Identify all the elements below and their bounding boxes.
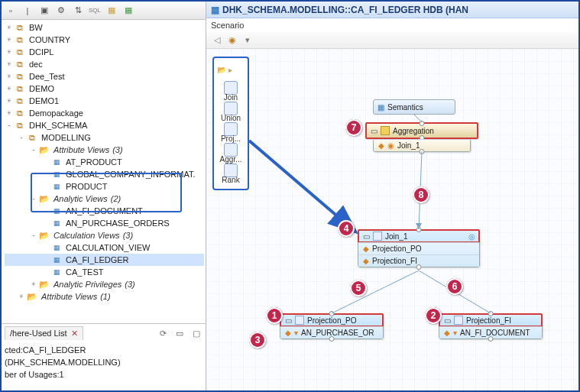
expand-toggle[interactable]: + (5, 85, 14, 92)
whu-refresh-icon[interactable]: ⟳ (157, 327, 169, 339)
tree-item[interactable]: -⧉DHK_SCHEMA (5, 119, 204, 131)
expand-toggle[interactable]: + (5, 60, 14, 68)
tree-item[interactable]: ▦AN_FI_DOCUMENT (5, 205, 204, 217)
tree-item[interactable]: +⧉Dee_Test (5, 70, 204, 83)
where-used-panel: /here-Used List ✕ ⟳ ▭ ▢ cted:CA_FI_LEDGE… (2, 323, 206, 390)
palette-join[interactable]: Join (214, 81, 248, 102)
tree-item-label: CA_TEST (64, 267, 105, 277)
projection-po-node[interactable]: ▭ Projection_PO ◆▾AN_PURCHASE_OR (280, 313, 384, 339)
callout-5: 5 (350, 280, 367, 296)
projection-fi-title: Projection_FI (466, 316, 538, 325)
tree-item[interactable]: ▦AN_PURCHASE_ORDERS (5, 217, 204, 229)
expand-toggle[interactable]: - (17, 134, 26, 141)
tree-item[interactable]: ▦CA_TEST (5, 266, 204, 278)
expand-toggle[interactable]: - (5, 121, 14, 129)
pkg-icon: ⧉ (14, 108, 26, 118)
semantics-node[interactable]: ▦ Semantics (373, 99, 455, 115)
expand-toggle[interactable]: + (5, 73, 14, 80)
tree-item[interactable]: -⧉MODELLING (5, 131, 204, 144)
modeling-canvas[interactable]: 📂 ▸ JoinUnionProj...Aggr...Rank ▦ Semant… (206, 49, 578, 390)
whu-maximize-icon[interactable]: ▢ (190, 327, 203, 339)
view-icon: ▦ (50, 254, 63, 265)
editor-strip: ◁ ◉ ▾ (206, 32, 578, 49)
tree-item[interactable]: -📂Calculation Views (3) (5, 229, 204, 241)
tree-item-label: Attribute Views (52, 145, 111, 154)
callout-7: 7 (345, 119, 362, 136)
aggregation-child-row[interactable]: ◆◉Join_1 (373, 139, 471, 152)
where-used-tab[interactable]: /here-Used List ✕ (5, 326, 83, 340)
toolbar-db2-icon[interactable]: ▦ (122, 5, 134, 17)
tree-item[interactable]: +📂Attribute Views (1) (5, 290, 204, 303)
strip-back-icon[interactable]: ◁ (211, 34, 223, 47)
tree-item[interactable]: ▦PRODUCT (5, 180, 204, 193)
strip-palette-icon[interactable]: ◉ (226, 34, 238, 47)
toolbar-sql-icon[interactable]: SQL (89, 5, 101, 17)
join-icon (373, 232, 382, 241)
expand-toggle[interactable]: + (5, 48, 14, 56)
tree-item-label: DEMO1 (28, 96, 60, 105)
view-icon: ▦ (50, 181, 63, 192)
collapse-icon[interactable]: ▭ (370, 127, 377, 135)
tree-item[interactable]: ▦AT_PRODUCT (5, 156, 204, 168)
scenario-label-text: Scenario (211, 21, 244, 30)
tree-item[interactable]: +⧉Demopackage (5, 107, 204, 119)
expand-toggle[interactable]: + (29, 280, 38, 288)
expand-toggle[interactable]: + (17, 293, 26, 300)
join-node[interactable]: ▭ Join_1 ◎ ◆Projection_PO ◆Projection_FI (358, 229, 480, 267)
view-icon: ▦ (50, 169, 63, 180)
toolbar-new-icon[interactable]: ▫ (5, 5, 17, 17)
pkg-icon: ⧉ (14, 83, 26, 94)
toolbar-db-icon[interactable]: ▦ (105, 5, 118, 17)
tree-item[interactable]: +📂Analytic Privileges (3) (5, 278, 204, 290)
tree-item[interactable]: +⧉DEMO (5, 83, 204, 95)
schema-tree[interactable]: +⧉BW+⧉COUNTRY+⧉DCIPL+⧉dec+⧉Dee_Test+⧉DEM… (2, 20, 206, 323)
palette-item-label: Union (214, 114, 248, 122)
whu-minimize-icon[interactable]: ▭ (173, 327, 186, 339)
tree-item-label: DEMO (28, 84, 56, 93)
toolbar-options-icon[interactable]: ⚙ (55, 5, 67, 17)
expand-toggle[interactable]: + (5, 36, 14, 44)
tree-item[interactable]: +⧉COUNTRY (5, 34, 204, 46)
palette-folder-icon[interactable]: 📂 ▸ (214, 63, 248, 76)
tree-item[interactable]: ▦CALCULATION_VIEW (5, 241, 204, 254)
tree-item[interactable]: +⧉dec (5, 58, 204, 70)
expand-toggle[interactable]: - (29, 146, 38, 154)
tree-item-label: Demopackage (28, 109, 85, 118)
toolbar-tabs-icon[interactable]: ▣ (38, 5, 50, 17)
view-icon: ▦ (50, 218, 63, 228)
expand-toggle[interactable]: + (5, 109, 14, 117)
toolbar-link-icon[interactable]: ⇅ (72, 5, 84, 17)
view-icon: ▦ (50, 242, 63, 253)
palette-item-label: Join (214, 93, 248, 102)
palette-union[interactable]: Union (214, 102, 248, 122)
tree-item[interactable]: ▦GLOBAL_COMPANY_INFORMAT. (5, 168, 204, 180)
editor-title: ▦ DHK_SCHEMA.MODELLING::CA_FI_LEDGER HDB… (206, 2, 578, 18)
collapse-icon[interactable]: ▭ (443, 316, 451, 325)
palette-rank[interactable]: Rank (214, 164, 248, 184)
palette-proj[interactable]: Proj... (214, 122, 248, 143)
tree-item-label: Dee_Test (28, 72, 66, 81)
tree-item-label: CA_FI_LEDGER (64, 255, 131, 264)
expand-toggle[interactable]: + (5, 24, 14, 31)
close-icon[interactable]: ✕ (71, 329, 78, 338)
collapse-icon[interactable]: ▭ (362, 232, 370, 241)
palette-aggr[interactable]: Aggr... (214, 143, 248, 164)
tree-item[interactable]: ▦CA_FI_LEDGER (5, 254, 204, 266)
aggregation-title: Aggregation (393, 127, 474, 135)
tree-item[interactable]: +⧉DCIPL (5, 46, 204, 58)
projection-fi-node[interactable]: ▭ Projection_FI ◆▾AN_FI_DOCUMENT (439, 313, 543, 339)
scenario-label: Scenario (206, 18, 578, 32)
collapse-icon[interactable]: ▭ (284, 316, 292, 325)
tree-item[interactable]: -📂Attribute Views (3) (5, 144, 204, 156)
expand-toggle[interactable]: + (5, 97, 14, 105)
expand-toggle[interactable]: - (29, 195, 38, 202)
tree-item[interactable]: +⧉DEMO1 (5, 95, 204, 107)
strip-dropdown-icon[interactable]: ▾ (241, 34, 254, 47)
expand-toggle[interactable]: - (29, 232, 38, 239)
tree-item[interactable]: +⧉BW (5, 21, 204, 34)
folder-icon: 📂 (38, 193, 50, 204)
tree-item-label: MODELLING (40, 133, 92, 142)
tree-item[interactable]: -📂Analytic Views (2) (5, 193, 204, 205)
aggregation-node[interactable]: ▭ Aggregation (365, 122, 478, 139)
tree-item-count: (3) (123, 280, 136, 289)
